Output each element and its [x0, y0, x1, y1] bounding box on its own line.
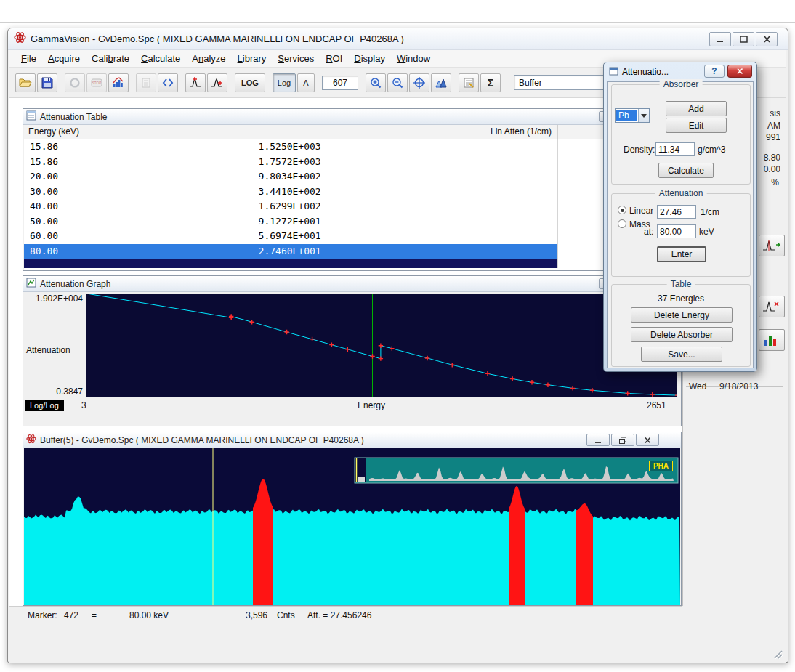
attenuation-group: Attenuation Linear Mass 1/cm at: keV Ent…	[611, 193, 751, 277]
data-point-marker	[390, 346, 394, 350]
auto-scale-button[interactable]: A	[297, 73, 315, 92]
acquire-stop-button[interactable]: STOP	[86, 73, 107, 92]
zoom-in-button[interactable]	[366, 73, 386, 92]
menu-item-file[interactable]: File	[15, 51, 42, 66]
panel-text-fragment: sis	[770, 108, 780, 118]
partially-visible-row[interactable]	[24, 259, 558, 268]
menu-item-calibrate[interactable]: Calibrate	[86, 51, 135, 66]
save-button[interactable]	[37, 73, 57, 92]
attenuation-table-titlebar[interactable]: Attenuation Table	[23, 109, 681, 125]
attenuation-table-window: Attenuation Table Energy (keV) Lin Atten…	[23, 108, 682, 271]
absorber-combo[interactable]: Pb	[615, 108, 650, 123]
main-titlebar[interactable]: GammaVision - GvDemo.Spc ( MIXED GAMMA M…	[8, 28, 788, 50]
acquire-start-button[interactable]	[65, 73, 85, 92]
compare-button[interactable]	[158, 73, 178, 92]
mass-radio[interactable]	[618, 219, 626, 228]
menu-item-display[interactable]: Display	[348, 51, 391, 66]
calculate-button[interactable]: Calculate	[658, 163, 714, 178]
table-row[interactable]: 60.005.6974E+001	[24, 229, 558, 244]
cell-energy: 30.00	[24, 185, 254, 200]
column-header-energy[interactable]: Energy (keV)	[24, 125, 254, 139]
zoom-out-button[interactable]	[387, 73, 408, 92]
at-energy-field[interactable]	[657, 224, 696, 238]
data-point-marker	[450, 363, 454, 367]
marker-energy: 80.00 keV	[129, 610, 169, 620]
attenuation-value-field[interactable]	[657, 205, 696, 219]
column-header-atten[interactable]: Lin Atten (1/cm)	[254, 125, 558, 139]
help-button[interactable]: ?	[704, 65, 725, 78]
buffer-window-controls	[585, 434, 659, 446]
dialog-close-button[interactable]	[727, 65, 752, 78]
center-marker-button[interactable]	[409, 73, 429, 92]
open-button[interactable]	[15, 73, 36, 92]
analyze-peak-button-1[interactable]	[759, 235, 785, 256]
density-field[interactable]	[655, 142, 695, 156]
edit-button[interactable]: Edit	[666, 118, 727, 133]
menu-item-analyze[interactable]: Analyze	[186, 51, 231, 66]
table-row[interactable]: 80.002.7460E+001	[24, 244, 558, 259]
menu-item-window[interactable]: Window	[391, 51, 436, 66]
window-title: GammaVision - GvDemo.Spc ( MIXED GAMMA M…	[31, 33, 404, 44]
buffer-close-button[interactable]	[636, 434, 659, 446]
panel-text-fragment: 8.80	[764, 153, 780, 163]
minimize-button[interactable]	[709, 32, 731, 46]
resize-grip[interactable]	[772, 649, 783, 660]
table-row[interactable]: 40.001.6299E+002	[24, 199, 558, 214]
table-row[interactable]: 20.009.8034E+002	[24, 169, 558, 185]
menu-item-services[interactable]: Services	[272, 51, 320, 66]
linear-label[interactable]: Linear	[629, 206, 653, 216]
data-point-marker	[379, 356, 383, 360]
menu-item-roi[interactable]: ROI	[320, 51, 348, 66]
panel-date: 9/18/2013	[719, 381, 758, 392]
graph-scale-label[interactable]: Log/Log	[25, 400, 64, 411]
peak-search-right-button[interactable]	[207, 73, 227, 92]
report-chart-button[interactable]	[759, 329, 785, 351]
spectrum-display[interactable]: PHA	[24, 448, 680, 605]
buffer-minimize-button[interactable]	[586, 434, 610, 446]
enter-button[interactable]: Enter	[657, 246, 706, 262]
cell-atten: 1.5250E+003	[254, 139, 557, 155]
cell-atten: 9.8034E+002	[254, 169, 557, 185]
spectrum-view-button[interactable]	[108, 73, 129, 92]
data-point-marker	[485, 371, 490, 376]
table-row[interactable]: 15.861.7572E+003	[24, 155, 558, 170]
graph-window-icon	[26, 278, 36, 291]
vertical-scale-field[interactable]: 607	[322, 76, 358, 90]
menu-item-calculate[interactable]: Calculate	[135, 51, 186, 66]
attenuation-graph-svg	[86, 294, 677, 397]
log-scale-button[interactable]: LOG	[235, 73, 265, 92]
attenuation-units: 1/cm	[701, 207, 719, 217]
menu-item-acquire[interactable]: Acquire	[42, 51, 86, 66]
maximize-button[interactable]	[733, 32, 754, 46]
attenuation-graph-titlebar[interactable]: Attenuation Graph	[23, 276, 681, 292]
table-row[interactable]: 50.009.1272E+001	[24, 214, 558, 230]
attenuation-curve	[86, 294, 677, 395]
data-point-marker	[370, 354, 374, 358]
properties-button[interactable]	[459, 73, 479, 92]
table-row[interactable]: 30.003.4410E+002	[24, 185, 558, 200]
delete-energy-button[interactable]: Delete Energy	[631, 307, 733, 323]
peak-search-left-button[interactable]	[185, 73, 206, 92]
marker-counts: 3,596	[246, 610, 267, 620]
log-toggle-button[interactable]: Log	[273, 73, 296, 92]
buffer-titlebar[interactable]: Buffer(5) - GvDemo.Spc ( MIXED GAMMA MAR…	[23, 432, 681, 448]
delete-absorber-button[interactable]: Delete Absorber	[631, 327, 733, 342]
panel-text-fragment: 991	[766, 132, 780, 142]
menu-item-library[interactable]: Library	[232, 51, 273, 66]
copy-spectrum-button[interactable]	[136, 73, 156, 92]
combo-arrow-icon[interactable]	[638, 109, 649, 122]
attenuation-dialog: Attenuatio... ? Absorber Pb Add Edit Den…	[603, 62, 757, 372]
analyze-peak-button-2[interactable]	[759, 296, 785, 317]
table-window-icon	[26, 110, 36, 124]
close-button[interactable]	[756, 32, 778, 46]
save-button[interactable]: Save...	[641, 347, 722, 362]
roi-peaks-button[interactable]	[431, 73, 451, 92]
attenuation-plot[interactable]	[86, 294, 677, 397]
cell-atten: 9.1272E+001	[254, 214, 557, 230]
table-row[interactable]: 15.861.5250E+003	[24, 139, 558, 155]
linear-radio[interactable]	[618, 206, 626, 214]
sum-button[interactable]: Σ	[480, 73, 501, 92]
add-button[interactable]: Add	[666, 101, 727, 116]
dialog-icon	[609, 65, 618, 78]
buffer-restore-button[interactable]	[611, 434, 634, 446]
